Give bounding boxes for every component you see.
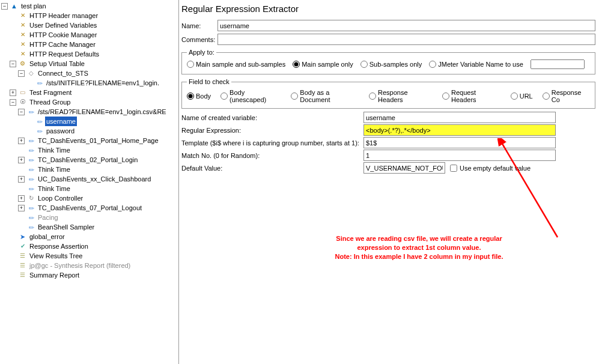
tree-root[interactable]: −▲test plan: [1, 1, 178, 11]
apply-to-fieldset: Apply to: Main sample and sub-samples Ma…: [181, 49, 595, 74]
collapse-icon[interactable]: −: [10, 99, 16, 106]
tree-item[interactable]: ☰View Results Tree: [1, 251, 178, 261]
radio-resp-headers[interactable]: Response Headers: [369, 89, 433, 103]
field-to-check-fieldset: Field to check Body Body (unescaped) Bod…: [181, 78, 595, 109]
tree-label: Loop Controller: [37, 193, 84, 203]
tree-label: Connect_to_STS: [37, 68, 90, 78]
tree-label: Thread Group: [28, 97, 71, 107]
tree-item[interactable]: +✎TC_DashEvents_02_Portal_Login: [1, 155, 178, 165]
wrench-icon: ✕: [18, 31, 27, 40]
template-input[interactable]: [363, 137, 556, 148]
var-input[interactable]: [363, 112, 556, 123]
tree-item[interactable]: −⦿Thread Group: [1, 97, 178, 107]
threadgroup-icon: ⦿: [18, 98, 27, 107]
radio-main-only[interactable]: Main sample only: [293, 61, 353, 68]
collapse-icon[interactable]: −: [18, 70, 25, 77]
wrench-icon: ✕: [18, 40, 27, 49]
regex-input[interactable]: [363, 124, 556, 136]
radio-jmeter-var[interactable]: JMeter Variable Name to use: [429, 61, 523, 68]
radio-response-code[interactable]: Response Co: [543, 89, 590, 103]
arrow-icon: ➤: [18, 232, 27, 241]
tree-label: TC_DashEvents_02_Portal_Login: [37, 155, 139, 165]
radio-req-headers[interactable]: Request Headers: [442, 89, 501, 103]
tree-item[interactable]: −◇Connect_to_STS: [1, 68, 178, 78]
wrench-icon: ✕: [18, 50, 27, 59]
tree-item[interactable]: ✎/sts/INITFILE?FILENAME=env1_login.: [1, 78, 178, 88]
tree-label: /sts/READ?FILENAME=env1_login.csv&RE: [37, 107, 168, 117]
tree-item[interactable]: −✎/sts/READ?FILENAME=env1_login.csv&RE: [1, 107, 178, 117]
match-no-input[interactable]: [363, 150, 556, 161]
tree-item[interactable]: +✎TC_DashEvents_01_Portal_Home_Page: [1, 136, 178, 145]
tree-item[interactable]: ✕HTTP Cookie Manager: [1, 30, 178, 40]
tree-item[interactable]: ✕HTTP Request Defaults: [1, 49, 178, 59]
tree-item[interactable]: ✎BeanShell Sampler: [1, 222, 178, 232]
collapse-icon[interactable]: −: [1, 3, 8, 10]
tree-label: HTTP Header manager: [28, 11, 99, 20]
tree-item[interactable]: ☰Summary Report: [1, 270, 178, 280]
tree-label: HTTP Cache Manager: [28, 40, 97, 49]
var-label: Name of created variable:: [181, 111, 363, 124]
expand-icon[interactable]: +: [18, 176, 25, 183]
radio-sub-only[interactable]: Sub-samples only: [360, 61, 422, 68]
name-input[interactable]: [217, 20, 595, 31]
tree-item[interactable]: ✎Think Time: [1, 165, 178, 174]
tree-label: Summary Report: [28, 270, 81, 280]
comments-input[interactable]: [217, 34, 595, 45]
tree-item[interactable]: ✔Response Assertion: [1, 241, 178, 251]
results-icon: ☰: [18, 252, 27, 261]
editor-panel: Regular Expression Extractor Name: Comme…: [179, 0, 599, 364]
jmeter-var-input[interactable]: [531, 59, 585, 69]
gear-icon: ⚙: [18, 59, 27, 68]
tree-item[interactable]: ✎Think Time: [1, 145, 178, 155]
tree-item[interactable]: +↻Loop Controller: [1, 193, 178, 203]
comments-label: Comments:: [181, 36, 217, 43]
collapse-icon[interactable]: −: [10, 61, 16, 67]
empty-default-checkbox[interactable]: [450, 165, 457, 172]
tree-item[interactable]: −⚙Setup Virtual Table: [1, 59, 178, 68]
tree-label: Think Time: [37, 165, 71, 174]
tree-label: password: [45, 126, 76, 136]
annotation-text: Since we are reading csv file, we will c…: [245, 234, 593, 261]
panel-title: Regular Expression Extractor: [181, 4, 595, 14]
collapse-icon[interactable]: −: [18, 109, 25, 115]
tree-item-password[interactable]: ✎password: [1, 126, 178, 136]
default-label: Default Value:: [181, 162, 363, 174]
tree-item[interactable]: ✕HTTP Cache Manager: [1, 40, 178, 49]
tree-item[interactable]: +✎TC_DashEvents_07_Portal_Logout: [1, 203, 178, 213]
flask-icon: ▲: [10, 2, 19, 11]
tree-label: Pacing: [37, 213, 59, 222]
tree-item[interactable]: ✕User Defined Variables: [1, 20, 178, 30]
tree-label: User Defined Variables: [28, 20, 98, 30]
tree-item[interactable]: ✕HTTP Header manager: [1, 11, 178, 20]
apply-to-legend: Apply to:: [187, 49, 216, 56]
tree-item[interactable]: +✎UC_DashEvents_xx_Click_Dashboard: [1, 174, 178, 184]
tree-label: BeanShell Sampler: [37, 222, 96, 232]
tree-item[interactable]: ☰jp@gc - Synthesis Report (filtered): [1, 261, 178, 270]
tree-label: TC_DashEvents_01_Portal_Home_Page: [37, 136, 160, 145]
expand-icon[interactable]: +: [18, 138, 25, 144]
tree-label: /sts/INITFILE?FILENAME=env1_login.: [45, 78, 160, 88]
tree-item[interactable]: ➤global_error: [1, 232, 178, 241]
apply-to-options: Main sample and sub-samples Main sample …: [187, 58, 590, 70]
tree-item[interactable]: +▭Test Fragment: [1, 88, 178, 97]
test-plan-tree[interactable]: −▲test plan ✕HTTP Header manager ✕User D…: [0, 0, 178, 280]
tree-item-username[interactable]: ✎username: [1, 117, 178, 126]
report-icon: ☰: [18, 261, 27, 270]
radio-body-unescaped[interactable]: Body (unescaped): [220, 89, 281, 103]
radio-body[interactable]: Body: [187, 93, 211, 100]
radio-url[interactable]: URL: [511, 93, 533, 100]
tree-item[interactable]: ✎Think Time: [1, 184, 178, 193]
expand-icon[interactable]: +: [18, 205, 25, 211]
tree-item[interactable]: ✎Pacing: [1, 213, 178, 222]
wrench-icon: ✕: [18, 21, 27, 30]
expand-icon[interactable]: +: [18, 195, 25, 202]
tree-label: test plan: [20, 1, 47, 11]
default-value-input[interactable]: [363, 162, 445, 174]
radio-body-doc[interactable]: Body as a Document: [291, 89, 359, 103]
tree-label: Test Fragment: [28, 88, 73, 97]
fragment-icon: ▭: [18, 88, 27, 97]
expand-icon[interactable]: +: [18, 157, 25, 163]
radio-main-sub[interactable]: Main sample and sub-samples: [187, 61, 285, 68]
expand-icon[interactable]: +: [10, 89, 16, 96]
empty-default-label: Use empty default value: [460, 165, 531, 172]
